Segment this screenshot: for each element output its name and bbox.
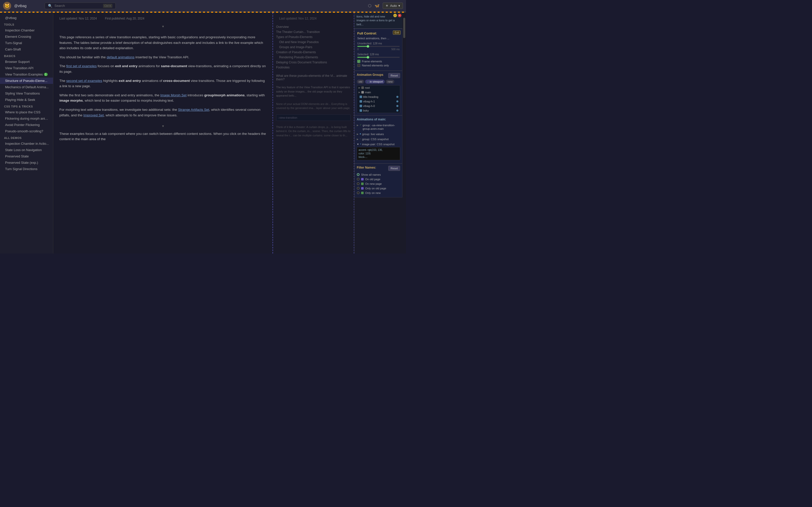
sidebar-item-view-transition-api[interactable]: View Transition API [0,65,53,71]
full-control-panel: Exit Full Control: Select animations, th… [354,29,402,71]
tree-item-title-heading[interactable]: title-heading [357,95,400,99]
tooltip-close-btn[interactable]: ✕ [398,14,401,17]
toc-groups-image-pairs[interactable]: Groups and Image-Pairs [276,45,351,50]
filter-label-old-page: On old page [365,178,380,181]
tag-in-viewport[interactable]: ✓ in viewport [365,79,385,83]
link-improved-set[interactable]: Improved Set [84,113,104,117]
tag-check-icon: ✓ [367,80,369,83]
sidebar-item-inspection-action[interactable]: Inspection Chamber in Actio... [0,140,53,147]
tree-expand-icon-main: ▶ [359,91,360,94]
selected-slider[interactable] [357,57,400,58]
topbar-icons: ⬡ 🦋 ☀ Auto ▾ [368,3,403,9]
toc-rendering[interactable]: Rendering Pseudo-Elements [276,55,351,60]
side-detail2: None of your actual DOM elements are dir… [273,100,354,112]
search-bar[interactable]: 🔍 Ctrl K [45,3,116,9]
tree-item-main[interactable]: ▶ main [357,90,400,95]
animation-groups-title: Animation Groups [357,73,384,76]
filter-on-old-page[interactable]: On old page [357,177,400,181]
tree-dot-vtbag-h1 [396,100,398,102]
animation-groups-reset-btn[interactable]: Reset [388,73,400,78]
named-elements-checkbox[interactable] [357,64,360,67]
side-detail: The key feature of the View Transition A… [273,83,354,100]
auto-chevron-icon: ▾ [398,4,400,8]
filter-label-new-page: On new page [365,182,382,185]
filter-radio-show-all[interactable] [357,173,360,176]
tree-item-vtbag-h-0[interactable]: vtbag-h-0 [357,104,400,108]
sidebar-item-structure-pseudo-elements[interactable]: Structure of Pseudo-Eleme... [0,77,53,84]
unselected-slider[interactable]: 0 500 ms [357,46,400,51]
sidebar-item-flickering[interactable]: Flickering during morph animations? [0,115,53,122]
aom-item-group-live[interactable]: ▶ ● group: live values [357,131,400,136]
github-icon[interactable]: ⬡ [368,3,371,8]
article-toggle-bottom[interactable]: ▾ [59,121,266,131]
sidebar-item-preserved-state[interactable]: Preserved State [0,153,53,160]
tree-color-root [361,87,364,89]
sidebar-item-view-transition-examples[interactable]: View Transition Examples 1 [0,71,53,77]
named-elements-row: Named elements only [357,64,400,67]
unselected-label: Unselected: 128 ms [357,42,400,45]
tag-old[interactable]: old [357,79,364,83]
filter-only-old-page[interactable]: Only on old page [357,186,400,191]
filter-radio-old-page[interactable] [357,178,360,180]
toc-types-pseudo[interactable]: Types of Pseudo-Elements [276,35,351,40]
toc-creation-pseudo[interactable]: Creation of Pseudo-Elements [276,50,351,55]
sidebar-item-avoid-pointer[interactable]: Avoid Pointer Flickering [0,122,53,128]
filter-names-reset-btn[interactable]: Reset [388,166,400,171]
sidebar-item-state-loss[interactable]: State Loss on Navigation [0,147,53,153]
tag-new[interactable]: new [386,79,394,83]
sidebar-item-preserved-state-exp[interactable]: Preserved State (exp.) [0,160,53,166]
filter-radio-only-new[interactable] [357,191,360,194]
inspector-panel: tions, hide old and new images or even a… [354,13,402,253]
toc-theater-curtain[interactable]: The Theater Curtain... Transition [276,30,351,35]
filter-on-new-page[interactable]: On new page [357,181,400,186]
vertical-scrollbar[interactable] [402,13,406,253]
sidebar-section-all-demos: All Demos [0,134,53,140]
aom-arrow-down-icon: ▼ [357,143,359,146]
side-vt-box: ::view-transition [276,114,351,121]
exit-button[interactable]: Exit [393,31,401,35]
aom-item-group-css[interactable]: ▶ ○ group: CSS snapshot [357,136,400,142]
filter-only-new[interactable]: Only on new [357,191,400,195]
filter-radio-only-old[interactable] [357,187,360,189]
frame-elements-checkbox[interactable]: ✓ [357,60,360,63]
main-article-panel: Last updated: Nov 12, 2024 First publish… [53,13,273,253]
link-first-set[interactable]: first set of examples [66,64,97,68]
butterfly-icon[interactable]: 🦋 [374,3,379,8]
full-control-subtitle: Select animations, then ... [357,37,400,40]
toc-footnotes[interactable]: Footnotes [276,65,351,70]
tooltip-minimize-btn[interactable]: − [393,14,397,17]
toc-overview[interactable]: Overview [276,24,351,30]
sidebar-item-browser-support[interactable]: Browser Support [0,59,53,65]
sidebar-item-where-css[interactable]: Where to place the CSS [0,109,53,115]
tree-item-root[interactable]: ▶ root [357,86,400,90]
sidebar-item-turn-signal-directions[interactable]: Turn Signal Directions [0,166,53,172]
auto-label: Auto [390,4,397,8]
filter-radio-new-page[interactable] [357,182,360,185]
aom-item-group-ua[interactable]: ▶ ✓ group: -ua-view-transition-group-ani… [357,123,400,131]
scrollbar-thumb[interactable] [403,18,405,38]
auto-button[interactable]: ☀ Auto ▾ [383,3,403,9]
link-second-set[interactable]: second set of examples [66,79,102,82]
sidebar-item-inspection-chamber[interactable]: Inspection Chamber [0,27,53,34]
sidebar-item-styling-view-transitions[interactable]: Styling View Transitions [0,90,53,97]
tree-item-bsky[interactable]: bsky [357,108,400,113]
link-default-animations[interactable]: default animations [107,55,135,59]
sidebar-item-cam-shaft[interactable]: Cam-Shaft [0,46,53,52]
sidebar-item-turn-signal[interactable]: Turn-Signal [0,40,53,46]
sidebar-item-playing-hide-seek[interactable]: Playing Hide & Seek [0,97,53,103]
slider-max: 500 ms [391,48,400,51]
article-toggle[interactable]: ▾ [53,22,272,31]
filter-show-all[interactable]: Show all names [357,172,400,177]
search-input[interactable] [54,4,101,8]
link-strange-artifacts[interactable]: Strange Artifacts Set [178,108,209,112]
sidebar-item-mechanics-default[interactable]: Mechanics of Default Anima... [0,84,53,90]
tree-item-vtbag-h-1[interactable]: vtbag-h-1 [357,99,400,104]
sidebar-item-vtbag[interactable]: @vtbag [0,15,53,21]
aom-item-image-pair-css[interactable]: ▼ ▪ image-pair: CSS snapshot [357,142,400,147]
tree-color-title [360,96,362,98]
sidebar-item-pseudo-smooth[interactable]: Pseudo-smooth-scrolling? [0,128,53,134]
sidebar-item-element-crossing[interactable]: Element Crossing [0,34,53,40]
link-image-morph[interactable]: Image Morph Set [160,93,187,97]
toc-old-new-image[interactable]: Old and New Image Pseudos [276,40,351,45]
toc-delaying[interactable]: Delaying Cross Document Transitions [276,60,351,65]
